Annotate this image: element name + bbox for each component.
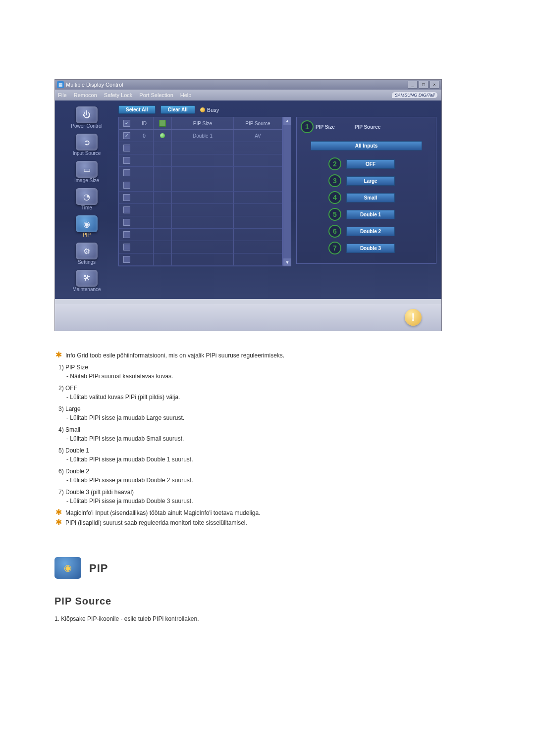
grid-header: ID PIP Size PIP Source — [119, 117, 282, 130]
scroll-down-icon[interactable]: ▼ — [283, 258, 291, 266]
row-check-icon[interactable] — [123, 231, 130, 238]
table-row[interactable] — [119, 154, 282, 167]
pip-icon: ◉ — [76, 215, 98, 232]
menu-help[interactable]: Help — [180, 92, 192, 98]
status-header-icon — [159, 120, 166, 127]
callout-badge-5: 5 — [328, 208, 341, 221]
table-row[interactable] — [119, 253, 282, 266]
callout-badge-3: 3 — [328, 174, 341, 187]
row-check-icon[interactable] — [123, 206, 130, 213]
input-source-icon: ➲ — [76, 134, 98, 151]
status-bar: ! — [55, 304, 441, 331]
cell-id: 0 — [135, 130, 154, 142]
callout-badge-6: 6 — [328, 225, 341, 238]
list-sub: - Näitab PIPi suurust kasutatavas kuvas. — [66, 372, 481, 381]
doc-text: MagicInfo'i Input (sisendallikas) töötab… — [65, 508, 260, 517]
sidebar-item-pip[interactable]: ◉ PIP — [60, 214, 113, 240]
pip-section-icon: ◉ — [54, 557, 81, 579]
row-check-icon[interactable] — [123, 169, 130, 176]
callout-badge-7: 7 — [328, 242, 341, 254]
cell-pip-size: Double 1 — [172, 130, 234, 142]
list-sub: - Lülitab PIPi sisse ja muudab Small suu… — [66, 434, 481, 443]
doc-text: Info Grid toob esile põhiinformatsiooni,… — [65, 351, 284, 360]
doc-step: 1. Klõpsake PIP-ikoonile - esile tuleb P… — [54, 614, 481, 623]
table-row[interactable] — [119, 204, 282, 216]
row-check-icon[interactable] — [123, 182, 130, 189]
list-item: 4) Small — [58, 425, 481, 434]
menubar: File Remocon Safety Lock Port Selection … — [55, 90, 441, 101]
app-icon: ▦ — [57, 81, 64, 88]
table-row[interactable] — [119, 241, 282, 253]
cell-pip-source: AV — [234, 130, 282, 142]
table-row[interactable] — [119, 216, 282, 229]
row-check-icon[interactable] — [123, 194, 130, 201]
sidebar-item-power-control[interactable]: ⏻ Power Control — [60, 105, 113, 131]
toolbar: Select All Clear All Busy — [118, 105, 436, 114]
sidebar-item-maintenance[interactable]: 🛠 Maintenance — [60, 269, 113, 294]
col-checkbox — [119, 117, 135, 129]
list-item: 3) Large — [58, 404, 481, 413]
sidebar-item-settings[interactable]: ⚙ Settings — [60, 242, 113, 267]
row-check-icon[interactable] — [123, 157, 130, 164]
table-row[interactable] — [119, 167, 282, 179]
header-check-icon — [123, 120, 130, 127]
list-sub: - Lülitab PIPi sisse ja muudab Double 1 … — [66, 455, 481, 464]
workspace: ⏻ Power Control ➲ Input Source ▭ Image S… — [55, 101, 441, 299]
callout-badge-4: 4 — [328, 191, 341, 204]
pip-small-button[interactable]: Small — [346, 193, 395, 202]
row-check-icon[interactable] — [123, 145, 130, 151]
list-item: 1) PIP Size — [58, 363, 481, 372]
table-row[interactable] — [119, 229, 282, 241]
row-check-icon[interactable] — [123, 219, 130, 226]
document-body: ✱ Info Grid toob esile põhiinformatsioon… — [54, 351, 481, 623]
callout-badge-1: 1 — [301, 120, 314, 133]
sidebar-item-input-source[interactable]: ➲ Input Source — [60, 133, 113, 158]
table-row[interactable] — [119, 179, 282, 192]
col-pip-source: PIP Source — [234, 117, 282, 129]
scroll-up-icon[interactable]: ▲ — [283, 117, 291, 125]
pip-large-button[interactable]: Large — [346, 176, 395, 186]
close-button[interactable]: × — [429, 81, 439, 89]
row-check-icon[interactable] — [123, 244, 130, 251]
image-size-icon: ▭ — [76, 161, 98, 178]
sidebar-item-label: Time — [81, 205, 92, 210]
menu-remocon[interactable]: Remocon — [74, 92, 97, 98]
clear-all-button[interactable]: Clear All — [160, 105, 195, 114]
pip-options-panel: 1 PIP Size PIP Source All Inputs 2 OFF — [296, 117, 436, 264]
minimize-button[interactable]: _ — [408, 81, 418, 89]
pip-double2-button[interactable]: Double 2 — [346, 227, 395, 236]
star-icon: ✱ — [54, 518, 62, 526]
menu-safety-lock[interactable]: Safety Lock — [104, 92, 132, 98]
maximize-button[interactable]: □ — [419, 81, 428, 89]
callout-badge-2: 2 — [328, 157, 341, 170]
pip-size-header: PIP Size — [316, 124, 335, 130]
power-icon: ⏻ — [76, 106, 98, 123]
table-row[interactable] — [119, 142, 282, 154]
star-icon: ✱ — [54, 351, 62, 359]
select-all-button[interactable]: Select All — [118, 105, 156, 114]
pip-source-header: PIP Source — [355, 124, 381, 130]
list-item: 2) OFF — [58, 384, 481, 393]
sidebar-item-time[interactable]: ◔ Time — [60, 187, 113, 212]
sidebar-item-image-size[interactable]: ▭ Image Size — [60, 160, 113, 185]
info-icon: ! — [405, 309, 422, 326]
status-dot-icon — [160, 133, 165, 138]
table-row[interactable]: 0 Double 1 AV — [119, 130, 282, 142]
table-row[interactable] — [119, 192, 282, 204]
list-item: 6) Double 2 — [58, 467, 481, 476]
list-sub: - Lülitab PIPi sisse ja muudab Double 3 … — [66, 497, 481, 505]
pip-off-button[interactable]: OFF — [346, 159, 395, 169]
row-check-icon[interactable] — [123, 132, 130, 139]
pip-double1-button[interactable]: Double 1 — [346, 210, 395, 219]
list-sub: - Lülitab valitud kuvas PIPi (pilt pildi… — [66, 393, 481, 402]
gear-icon: ⚙ — [76, 243, 98, 259]
row-check-icon[interactable] — [123, 256, 130, 263]
menu-port-selection[interactable]: Port Selection — [139, 92, 173, 98]
grid-scrollbar[interactable]: ▲ ▼ — [283, 117, 291, 266]
sidebar-item-label: Input Source — [73, 151, 101, 156]
section-title: PIP — [89, 560, 108, 576]
pip-double3-button[interactable]: Double 3 — [346, 244, 395, 253]
clock-icon: ◔ — [76, 188, 98, 205]
busy-indicator: Busy — [200, 107, 219, 113]
menu-file[interactable]: File — [58, 92, 67, 98]
